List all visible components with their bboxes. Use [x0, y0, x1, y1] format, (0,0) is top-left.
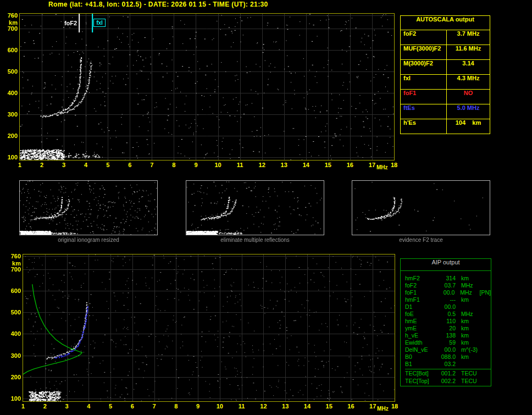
x-axis-unit: MHz: [376, 164, 388, 170]
thumbnail-canvas: [20, 181, 157, 235]
y-tick-label: 300: [3, 111, 18, 118]
x-tick-label: 13: [279, 162, 290, 168]
x-tick-label: 7: [146, 162, 157, 168]
aip-row: B103.2: [405, 361, 491, 368]
aip-parameter-value: 088.0: [437, 353, 458, 361]
thumbnail-canvas: [186, 181, 324, 235]
aip-parameter-unit: TECU: [458, 370, 481, 378]
y-tick-label: 100: [3, 154, 18, 161]
aip-parameter-extra: [PN]: [480, 289, 491, 296]
x-axis-unit: MHz: [377, 406, 389, 412]
thumbnail-3: [352, 180, 490, 235]
autoscala-window: Rome (lat: +41.8, lon: 012.5) - DATE: 20…: [0, 0, 532, 415]
aip-parameter-value: 03.7: [437, 282, 458, 289]
aip-parameter-extra: [481, 282, 491, 289]
aip-parameter-name: foE: [405, 311, 437, 318]
aip-output-panel: AIP output hmF2314kmfoF203.7MHzfoF100.0M…: [400, 258, 491, 386]
x-tick-label: 16: [345, 162, 356, 168]
aip-parameter-unit: km: [458, 353, 481, 361]
aip-parameter-name: hmE: [405, 318, 437, 325]
aip-parameter-extra: [481, 353, 491, 361]
aip-parameter-unit: km: [458, 332, 481, 339]
aip-parameter-extra: [481, 361, 491, 368]
aip-parameter-extra: [481, 346, 491, 353]
aip-row: hmE110km: [405, 318, 491, 325]
aip-parameter-value: 03.2: [437, 361, 458, 368]
thumbnail-caption: eliminate multiple reflections: [186, 237, 324, 243]
aip-parameter-name: hmF1: [405, 296, 437, 303]
aip-row: ymE20km: [405, 325, 491, 332]
x-tick-label: 15: [323, 162, 334, 168]
x-tick-label: 11: [235, 162, 246, 168]
y-tick-label: 700: [7, 266, 21, 273]
x-tick-label: 2: [36, 162, 47, 168]
main-ionogram-canvas: [20, 14, 394, 160]
x-tick-label: 7: [149, 403, 160, 410]
x-tick-label: 6: [127, 403, 138, 410]
aip-row: foF100.0MHz[PN]: [405, 289, 491, 296]
y-tick-label: 300: [7, 352, 21, 359]
profile-ionogram-plot: [23, 254, 395, 402]
x-tick-label: 5: [102, 162, 113, 168]
aip-parameter-unit: MHz: [458, 311, 481, 318]
autoscala-row: MUF(3000)F211.6 MHz: [401, 45, 490, 59]
x-tick-label: 9: [192, 403, 203, 410]
aip-parameter-unit: MHz: [458, 282, 481, 289]
autoscala-row: ftEs5.0 MHz: [401, 104, 490, 119]
aip-parameter-name: foF2: [405, 282, 437, 289]
x-tick-label: 5: [105, 403, 116, 410]
thumbnail-canvas: [352, 181, 490, 235]
x-tick-label: 16: [345, 403, 356, 410]
aip-parameter-value: 00.0: [437, 346, 458, 353]
autoscala-parameter-name: M(3000)F2: [401, 60, 447, 74]
y-tick-label: 100: [7, 395, 21, 402]
aip-parameter-unit: km: [458, 339, 481, 346]
aip-parameter-unit: km: [458, 296, 481, 303]
aip-parameter-extra: [481, 318, 491, 325]
aip-row: foF203.7MHz: [405, 282, 491, 289]
thumbnail-caption: evidence F2 trace: [352, 237, 490, 243]
aip-parameter-unit: MHz: [457, 289, 479, 296]
aip-row: foE0.5MHz: [405, 311, 491, 318]
aip-row: B0088.0km: [405, 353, 491, 361]
aip-parameter-name: ymE: [405, 325, 437, 332]
y-tick-label: 500: [3, 68, 18, 75]
autoscala-parameter-name: foF2: [401, 30, 447, 45]
x-tick-label: 12: [258, 403, 269, 410]
autoscala-row: foF1NO: [401, 89, 490, 104]
x-tick-label: 12: [257, 162, 268, 168]
aip-parameter-name: B1: [405, 361, 437, 368]
thumbnail-caption: original ionogram resized: [19, 237, 158, 243]
x-tick-label: 3: [58, 162, 69, 168]
aip-parameter-extra: [481, 339, 491, 346]
x-tick-label: 2: [40, 403, 51, 410]
autoscala-parameter-value: 3.7 MHz: [447, 30, 490, 45]
autoscala-parameter-value: 104 km: [447, 119, 490, 134]
y-axis-unit: km: [7, 260, 21, 267]
autoscala-row: M(3000)F23.14: [401, 59, 490, 74]
aip-parameter-unit: m^(-3): [458, 346, 481, 353]
x-tick-label: 4: [80, 162, 91, 168]
aip-parameter-extra: [481, 303, 491, 311]
aip-row: DelN_vE00.0m^(-3): [405, 346, 491, 353]
aip-row: TEC[Top]002.2TECU: [405, 378, 491, 385]
aip-parameter-extra: [481, 325, 491, 332]
x-tick-label: 10: [214, 403, 225, 410]
aip-parameter-unit: km: [458, 325, 481, 332]
aip-parameter-name: Ewidth: [405, 339, 437, 346]
aip-parameter-value: 314: [437, 275, 458, 282]
autoscala-parameter-value: 5.0 MHz: [447, 104, 490, 119]
y-tick-label: 700: [3, 25, 18, 32]
aip-parameter-extra: [481, 370, 491, 378]
aip-parameter-name: foF1: [405, 289, 436, 296]
x-tick-label: 13: [280, 403, 291, 410]
x-tick-label: 18: [389, 162, 400, 168]
aip-parameter-name: TEC[Top]: [405, 378, 437, 385]
aip-parameter-unit: km: [458, 275, 481, 282]
x-tick-label: 6: [124, 162, 135, 168]
y-tick-label: 600: [3, 47, 18, 53]
x-tick-label: 1: [14, 162, 25, 168]
aip-panel-title: AIP output: [401, 259, 491, 271]
aip-parameter-unit: km: [458, 318, 481, 325]
aip-parameter-value: 001.2: [437, 370, 458, 378]
